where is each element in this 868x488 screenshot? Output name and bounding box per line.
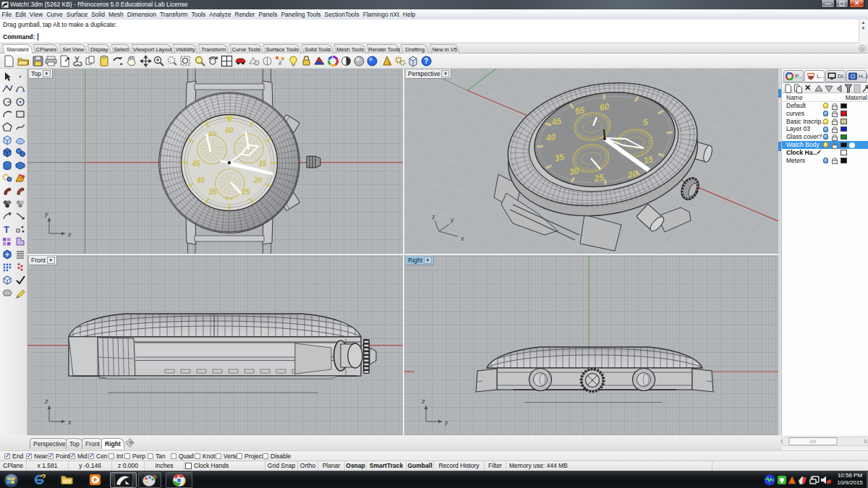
svg-text:x: x [67, 419, 72, 426]
svg-text:20: 20 [626, 168, 639, 180]
svg-text:25: 25 [593, 172, 605, 184]
svg-text:60: 60 [225, 127, 234, 134]
svg-text:40: 40 [196, 176, 205, 184]
svg-text:z: z [431, 213, 435, 221]
svg-text:15: 15 [643, 154, 655, 166]
svg-text:y: y [444, 419, 448, 426]
svg-text:x: x [460, 235, 464, 242]
svg-text:35: 35 [208, 188, 217, 196]
svg-text:60: 60 [599, 101, 610, 113]
svg-text:35: 35 [554, 152, 566, 163]
svg-text:?: ? [424, 57, 428, 65]
svg-text:45: 45 [550, 116, 563, 127]
svg-text:z: z [421, 398, 425, 405]
svg-text:15: 15 [258, 160, 267, 168]
svg-text:20: 20 [253, 176, 263, 184]
svg-text:45: 45 [191, 160, 200, 168]
svg-text:y: y [44, 210, 48, 218]
svg-text:x: x [67, 231, 72, 238]
svg-text:40: 40 [545, 132, 557, 143]
svg-text:T: T [4, 224, 9, 235]
svg-text:z: z [44, 398, 48, 405]
svg-text:y: y [450, 216, 454, 223]
